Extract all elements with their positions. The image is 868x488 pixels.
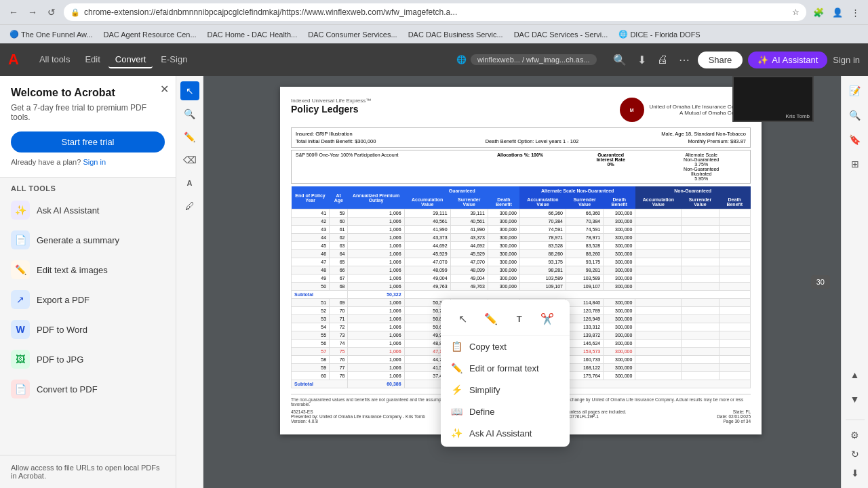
ctx-scissors-icon[interactable]: ✂️ [536,308,558,329]
col-ng-db: Death Benefit [719,195,750,209]
share-button[interactable]: Share [698,52,743,68]
summary-icon: 📄 [11,230,30,249]
ctx-pen-icon[interactable]: ✏️ [480,308,502,329]
url-pill[interactable]: winflexweb... / wfw_imag...ch.as... [471,54,597,65]
export-icon: ↗ [11,290,30,309]
url-pill-text: winflexweb... / wfw_imag...ch.as... [477,56,590,64]
ctx-copy-text[interactable]: 📋 Copy text [441,336,570,357]
col-g-acc: Accumulation Value [404,195,450,209]
right-download-icon[interactable]: ⬇ [846,464,865,483]
tool-convert-pdf[interactable]: 📄 Convert to PDF [0,374,176,404]
text-tool[interactable]: A [180,174,199,192]
tool-pdf-to-word[interactable]: W PDF to Word [0,314,176,344]
right-panel-icon-2[interactable]: 🔍 [846,106,865,125]
welcome-close-button[interactable]: ✕ [160,83,169,96]
bookmark-item[interactable]: 🌐 DICE - Florida DOFS [614,28,704,40]
profile-button[interactable]: 👤 [829,6,846,19]
back-button[interactable]: ← [5,4,22,20]
welcome-panel: ✕ Welcome to Acrobat Get a 7-day free tr… [0,76,176,178]
bookmark-item[interactable]: DAC DAC Services - Servi... [510,29,612,40]
signin-button[interactable]: Sign in [833,55,860,65]
bookmark-icon: 🔵 [9,30,19,39]
more-tools-button[interactable]: ⋯ [676,52,692,68]
browser-nav[interactable]: ← → ↺ [5,4,60,20]
start-trial-button[interactable]: Start free trial [11,131,165,152]
version: Version: 4.0.8 [291,419,425,424]
simplify-icon: ⚡ [450,384,462,395]
pdf-area[interactable]: ↖ 🔍 ✏️ ⌫ A 🖊 Indexed Universal Life Expr… [176,76,841,488]
ctx-ask-ai[interactable]: ✨ Ask AI Assistant [441,422,570,444]
pdf-jpg-icon: 🖼 [11,350,30,369]
nav-convert[interactable]: Convert [108,52,153,68]
guaranteed-rate: GuaranteedInterest Rate0% [566,152,656,181]
col-g-db: Death Benefit [488,195,519,209]
bookmark-item[interactable]: DAC Home - DAC Health... [203,29,302,40]
webcam-person-label: Kris Tomb [786,113,810,119]
tool-convert-label: Convert to PDF [37,384,98,394]
presented-by: Presented by: United of Omaha Life Insur… [291,414,425,419]
tool-edit-label: Edit text & images [37,265,108,275]
right-settings-icon[interactable]: ⚙ [846,426,865,445]
pdf-logo-area: M United of Omaha Life Insurance Company… [620,98,751,122]
browser-actions[interactable]: 🧩 👤 ⋮ [810,6,863,19]
page-number-indicator: 30 [811,275,830,289]
bookmark-icon: 🌐 [618,30,628,39]
eraser-tool[interactable]: ⌫ [180,150,199,169]
ctx-edit-format[interactable]: ✏️ Edit or format text [441,357,570,379]
zoom-tool[interactable]: 🔍 [180,104,199,123]
refresh-button[interactable]: ↺ [43,4,60,20]
right-panel-icon-1[interactable]: 📝 [846,81,865,100]
bookmark-item[interactable]: DAC DAC Business Servic... [404,29,507,40]
lock-icon: 🔒 [71,8,80,17]
tool-export-pdf[interactable]: ↗ Export a PDF [0,285,176,314]
webcam-overlay: Kris Tomb [732,76,814,122]
pen-tool[interactable]: ✏️ [180,127,199,146]
bookmark-item[interactable]: DAC Agent Resource Cen... [100,29,201,40]
ctx-define[interactable]: 📖 Define [441,401,570,422]
cursor-tool[interactable]: ↖ [180,81,199,100]
col-non-guar: Non-Guaranteed [635,186,751,195]
acrobat-logo: A [8,51,19,68]
bookmark-star-icon[interactable]: ☆ [792,7,800,17]
tool-ask-ai[interactable]: ✨ Ask AI Assistant [0,195,176,225]
tool-word-label: PDF to Word [37,325,87,335]
tool-pdf-to-jpg[interactable]: 🖼 PDF to JPG [0,344,176,374]
signin-link[interactable]: Sign in [83,158,106,166]
forward-button[interactable]: → [24,4,41,20]
acrobat-nav: All tools Edit Convert E-Sign [33,52,195,68]
tool-generate-summary[interactable]: 📄 Generate a summary [0,225,176,255]
pdf-allocations-bar: S&P 500® One-Year 100% Participation Acc… [291,150,751,184]
tool-jpg-label: PDF to JPG [37,354,83,365]
highlight-tool[interactable]: 🖊 [180,197,199,216]
right-scroll-up[interactable]: ▲ [846,365,865,384]
ai-assistant-button[interactable]: ✨ AI Assistant [748,52,827,68]
search-button[interactable]: 🔍 [610,52,629,68]
print-button[interactable]: 🖨 [654,52,671,67]
nav-esign[interactable]: E-Sign [154,52,194,68]
ai-icon: ✨ [450,428,462,439]
acrobat-toolbar: A All tools Edit Convert E-Sign 🌐 winfle… [0,43,868,76]
ctx-cursor-icon[interactable]: ↖ [452,308,474,329]
tool-ask-ai-label: Ask AI Assistant [37,205,100,216]
right-panel-icon-4[interactable]: ⊞ [846,155,865,174]
subtotal-label: Subtotal [292,380,348,388]
ctx-copy-label: Copy text [469,342,507,352]
extensions-button[interactable]: 🧩 [810,6,827,19]
bookmark-label: DICE - Florida DOFS [630,30,700,39]
ctx-text-icon[interactable]: T [509,308,530,329]
address-bar[interactable]: 🔒 chrome-extension://efaidnbmnnnibpcajpc… [64,3,806,21]
tool-edit-text[interactable]: ✏️ Edit text & images [0,255,176,285]
nav-all-tools[interactable]: All tools [33,52,77,68]
edit-icon: ✏️ [450,363,462,373]
bookmark-label: DAC Consumer Services... [308,30,397,39]
bookmark-item[interactable]: 🔵 The One Funnel Aw... [5,28,97,40]
right-scroll-down[interactable]: ▼ [846,390,865,409]
date: Date: 02/01/2025 [717,414,751,419]
bookmark-item[interactable]: DAC Consumer Services... [304,29,401,40]
download-button[interactable]: ⬇ [635,52,649,68]
nav-edit[interactable]: Edit [78,52,106,68]
more-button[interactable]: ⋮ [848,6,863,19]
ctx-simplify[interactable]: ⚡ Simplify [441,379,570,401]
right-panel-icon-3[interactable]: 🔖 [846,130,865,149]
right-refresh-icon[interactable]: ↻ [846,445,865,464]
